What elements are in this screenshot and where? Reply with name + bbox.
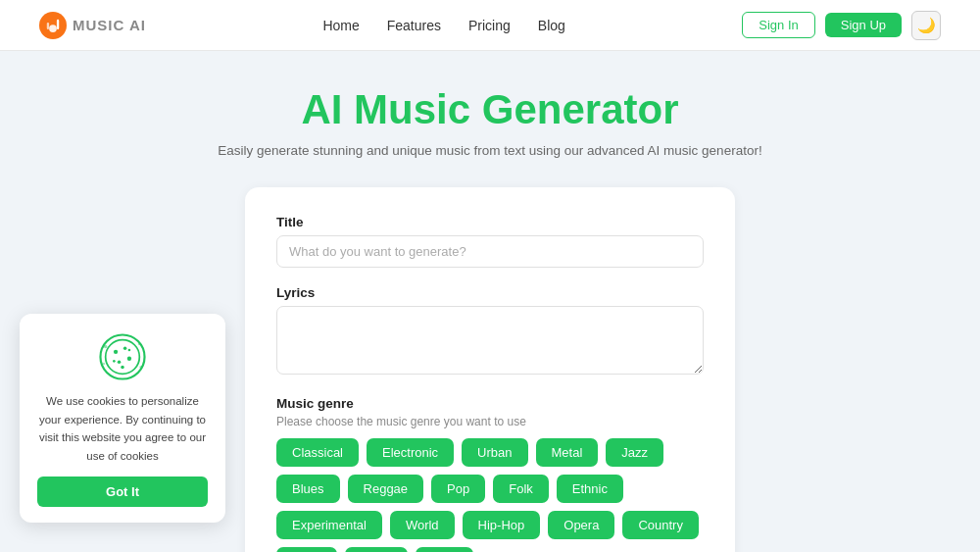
nav-features[interactable]: Features bbox=[387, 18, 441, 33]
genre-button-reggae[interactable]: Reggae bbox=[348, 475, 424, 503]
cookie-icon-wrapper bbox=[37, 331, 208, 382]
svg-point-9 bbox=[118, 361, 121, 364]
cookie-text: We use cookies to personalize your exper… bbox=[37, 392, 208, 465]
genre-buttons-container: ClassicalElectronicUrbanMetalJazzBluesRe… bbox=[276, 438, 704, 552]
title-input[interactable] bbox=[276, 235, 704, 268]
genre-button-electronic[interactable]: Electronic bbox=[367, 438, 454, 467]
genre-button-blues[interactable]: Blues bbox=[276, 475, 340, 503]
brand-logo-icon bbox=[39, 12, 67, 39]
svg-point-7 bbox=[123, 347, 126, 350]
genre-button-disco[interactable]: Disco bbox=[345, 547, 409, 552]
genre-button-experimental[interactable]: Experimental bbox=[276, 511, 382, 539]
genre-button-jazz[interactable]: Jazz bbox=[606, 438, 663, 467]
nav-blog[interactable]: Blog bbox=[538, 18, 565, 33]
genre-button-urban[interactable]: Urban bbox=[462, 438, 527, 467]
nav-actions: Sign In Sign Up 🌙 bbox=[742, 11, 941, 40]
svg-point-6 bbox=[114, 350, 118, 354]
signup-button[interactable]: Sign Up bbox=[825, 13, 902, 37]
genre-button-pop[interactable]: Pop bbox=[431, 475, 485, 503]
svg-rect-3 bbox=[47, 22, 49, 28]
hero-title: AI Music Generator bbox=[301, 86, 678, 133]
genre-button-r-b[interactable]: R&B bbox=[416, 547, 473, 552]
brand-name: MUSIC AI bbox=[73, 17, 146, 33]
cookie-accept-button[interactable]: Got It bbox=[37, 477, 208, 507]
theme-toggle-button[interactable]: 🌙 bbox=[911, 11, 941, 40]
lyrics-label: Lyrics bbox=[276, 285, 704, 300]
nav-links: Home Features Pricing Blog bbox=[322, 18, 564, 33]
lyrics-group: Lyrics bbox=[276, 285, 704, 378]
generator-form-card: Title Lyrics Music genre Please choose t… bbox=[245, 187, 735, 552]
svg-point-4 bbox=[100, 335, 144, 379]
nav-pricing[interactable]: Pricing bbox=[468, 18, 511, 33]
svg-point-11 bbox=[113, 360, 116, 363]
lyrics-textarea[interactable] bbox=[276, 306, 704, 375]
svg-point-12 bbox=[121, 366, 123, 369]
svg-point-14 bbox=[138, 343, 141, 346]
hero-subtitle: Easily generate stunning and unique musi… bbox=[218, 143, 761, 158]
genre-hint: Please choose the music genre you want t… bbox=[276, 415, 704, 428]
signin-button[interactable]: Sign In bbox=[742, 12, 814, 38]
title-group: Title bbox=[276, 215, 704, 268]
genre-button-classical[interactable]: Classical bbox=[276, 438, 359, 467]
cookie-icon bbox=[97, 331, 148, 382]
brand: MUSIC AI bbox=[39, 12, 146, 39]
nav-home[interactable]: Home bbox=[322, 18, 359, 33]
genre-button-rock[interactable]: Rock bbox=[276, 547, 337, 552]
svg-point-8 bbox=[127, 357, 131, 361]
genre-button-country[interactable]: Country bbox=[622, 511, 699, 539]
svg-point-16 bbox=[139, 366, 142, 369]
svg-point-13 bbox=[104, 345, 107, 348]
genre-group: Music genre Please choose the music genr… bbox=[276, 396, 704, 552]
genre-button-ethnic[interactable]: Ethnic bbox=[557, 475, 623, 503]
genre-button-world[interactable]: World bbox=[390, 511, 455, 539]
svg-point-1 bbox=[49, 25, 57, 32]
genre-button-opera[interactable]: Opera bbox=[548, 511, 614, 539]
title-label: Title bbox=[276, 215, 704, 229]
svg-rect-2 bbox=[57, 19, 59, 28]
genre-button-folk[interactable]: Folk bbox=[493, 475, 549, 503]
navbar: MUSIC AI Home Features Pricing Blog Sign… bbox=[0, 0, 980, 51]
svg-point-15 bbox=[103, 363, 106, 366]
genre-label: Music genre bbox=[276, 396, 704, 411]
genre-button-metal[interactable]: Metal bbox=[536, 438, 599, 467]
genre-button-hip-hop[interactable]: Hip-Hop bbox=[463, 511, 541, 539]
svg-point-10 bbox=[128, 349, 131, 352]
cookie-banner: We use cookies to personalize your exper… bbox=[20, 314, 225, 523]
